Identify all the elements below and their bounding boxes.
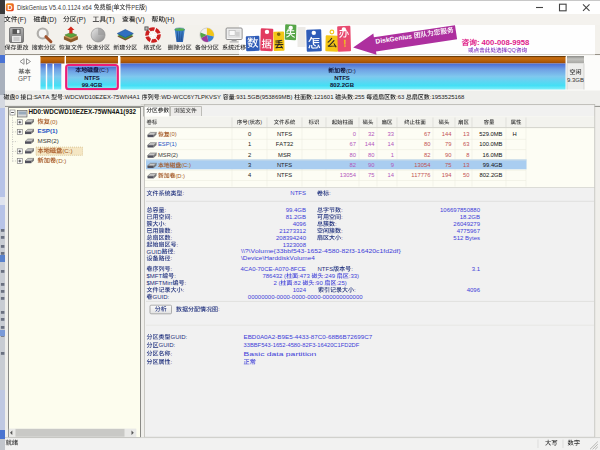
svg-text::121601: :121601 xyxy=(312,94,334,100)
svg-text:67: 67 xyxy=(350,141,356,147)
svg-text:99.4GB: 99.4GB xyxy=(82,82,103,88)
svg-text:63: 63 xyxy=(463,141,469,147)
svg-text:100.0MB: 100.0MB xyxy=(479,141,502,147)
svg-text:4775967: 4775967 xyxy=(457,228,481,234)
svg-text:(C:): (C:) xyxy=(62,147,72,154)
svg-text:(0): (0) xyxy=(50,118,58,125)
svg-text:(F): (F) xyxy=(18,16,27,24)
svg-text:67: 67 xyxy=(424,131,430,137)
svg-text:(P): (P) xyxy=(77,16,86,24)
svg-text:13054: 13054 xyxy=(340,172,357,178)
svg-text:81.2GB: 81.2GB xyxy=(286,214,306,220)
svg-text::SATA: :SATA xyxy=(32,94,50,100)
svg-text:99.4GB: 99.4GB xyxy=(483,162,503,168)
svg-text:21273312: 21273312 xyxy=(279,228,306,234)
svg-text::25): :25) xyxy=(336,280,346,286)
svg-text:MSR(2): MSR(2) xyxy=(38,137,59,144)
svg-text:82: 82 xyxy=(424,152,430,158)
svg-text:9.3GB: 9.3GB xyxy=(567,77,584,83)
svg-text:14: 14 xyxy=(388,172,395,178)
svg-text:512 Bytes: 512 Bytes xyxy=(453,235,480,241)
svg-text:13054: 13054 xyxy=(414,162,431,168)
svg-text:ESP(1): ESP(1) xyxy=(38,127,58,134)
svg-text:106697850880: 106697850880 xyxy=(440,207,481,213)
svg-text:79: 79 xyxy=(445,141,451,147)
svg-text:(V): (V) xyxy=(136,16,145,24)
svg-text:D: D xyxy=(8,4,13,11)
svg-text:EBD0A0A2-B9E5-4433-87C0-68B6B7: EBD0A0A2-B9E5-4433-87C0-68B6B72699C7 xyxy=(244,333,373,340)
svg-text::255: :255 xyxy=(353,94,365,100)
svg-text:NTFS: NTFS xyxy=(277,131,292,137)
svg-text:2 (: 2 ( xyxy=(273,280,280,286)
svg-text:32: 32 xyxy=(368,131,374,137)
svg-text::63: :63 xyxy=(396,94,405,100)
svg-text:NTFS: NTFS xyxy=(318,266,334,272)
svg-text:HD0:WDCWD10EZEX-75WN4A1(932: HD0:WDCWD10EZEX-75WN4A1(932 xyxy=(29,108,137,116)
svg-text:(H): (H) xyxy=(165,16,174,24)
svg-text:75: 75 xyxy=(445,162,451,168)
svg-text:4096: 4096 xyxy=(293,221,307,227)
svg-text:1024: 1024 xyxy=(293,287,307,293)
svg-text:PE: PE xyxy=(131,3,139,11)
svg-text:2: 2 xyxy=(248,152,251,158)
svg-text:802.2GB: 802.2GB xyxy=(480,172,503,178)
svg-text:H: H xyxy=(512,131,516,137)
svg-text:(: ( xyxy=(248,119,250,125)
svg-text:8: 8 xyxy=(466,152,469,158)
svg-text:3: 3 xyxy=(248,162,251,168)
svg-text:MSR: MSR xyxy=(278,152,291,158)
svg-text::90: :90 xyxy=(314,280,323,286)
svg-text:NTFS: NTFS xyxy=(277,162,292,168)
svg-text:(D): (D) xyxy=(47,16,56,24)
svg-text:GUID:: GUID: xyxy=(171,334,188,340)
svg-text:ESP(1): ESP(1) xyxy=(158,141,177,147)
svg-text:0: 0 xyxy=(248,131,251,137)
svg-text:16.0MB: 16.0MB xyxy=(483,152,503,158)
svg-text::33): :33) xyxy=(349,273,359,279)
svg-text:!: ! xyxy=(343,38,347,49)
svg-text:$MFT: $MFT xyxy=(147,273,163,279)
svg-text:GUID:: GUID: xyxy=(153,294,170,300)
svg-text:4096: 4096 xyxy=(467,287,481,293)
svg-text:NTFS: NTFS xyxy=(290,190,306,196)
svg-text:14: 14 xyxy=(388,141,395,147)
svg-text:26049279: 26049279 xyxy=(453,221,480,227)
svg-text:144: 144 xyxy=(442,131,452,137)
svg-text:33BBF543-1652-4580-82F3-16420C: 33BBF543-1652-4580-82F3-16420C1FD2DF xyxy=(243,342,359,348)
svg-text:(0): (0) xyxy=(170,131,177,137)
svg-text:3.1: 3.1 xyxy=(472,266,481,272)
svg-text:99.4GB: 99.4GB xyxy=(286,207,306,213)
svg-text:GUID: GUID xyxy=(147,249,163,255)
svg-text:FAT32: FAT32 xyxy=(276,141,293,147)
svg-text:4CA0-70CE-A070-8FCE: 4CA0-70CE-A070-8FCE xyxy=(241,266,306,272)
svg-text:MSR(2): MSR(2) xyxy=(158,152,178,158)
svg-text:1: 1 xyxy=(248,141,251,147)
svg-text:DiskGenius V5.4.0.1124 x64: DiskGenius V5.4.0.1124 x64 xyxy=(17,3,92,11)
svg-text:18.2GB: 18.2GB xyxy=(460,214,480,220)
svg-text:194: 194 xyxy=(442,172,452,178)
svg-text:NTFS: NTFS xyxy=(334,75,350,81)
svg-text:(D:): (D:) xyxy=(346,68,356,74)
svg-text:33: 33 xyxy=(388,131,394,137)
svg-text::WDCWD10EZEX-75WN4A1: :WDCWD10EZEX-75WN4A1 xyxy=(63,94,140,100)
svg-text:\Device\HarddiskVolume4: \Device\HarddiskVolume4 xyxy=(241,254,315,261)
svg-text:(C:): (C:) xyxy=(181,162,191,168)
svg-text:144: 144 xyxy=(365,141,375,147)
svg-text:82: 82 xyxy=(350,162,356,168)
svg-text:NTFS: NTFS xyxy=(84,75,100,81)
svg-text::473: :473 xyxy=(298,273,310,279)
svg-text:786432 (: 786432 ( xyxy=(262,273,286,279)
svg-text:(D:): (D:) xyxy=(175,173,185,179)
svg-text:13: 13 xyxy=(463,162,469,168)
svg-text:(D:): (D:) xyxy=(56,157,66,164)
svg-text:80: 80 xyxy=(424,141,430,147)
svg-text::82: :82 xyxy=(292,280,301,286)
svg-text:80: 80 xyxy=(368,152,374,158)
svg-text:QQ: QQ xyxy=(507,47,516,53)
svg-text:50: 50 xyxy=(463,172,469,178)
svg-text:(T): (T) xyxy=(106,16,115,24)
svg-text::WD-WCC6Y7LPKVSY: :WD-WCC6Y7LPKVSY xyxy=(160,94,221,100)
svg-text:): ) xyxy=(145,3,147,12)
svg-text:13: 13 xyxy=(463,131,469,137)
svg-text::931.5GB(953869MB): :931.5GB(953869MB) xyxy=(235,94,293,100)
